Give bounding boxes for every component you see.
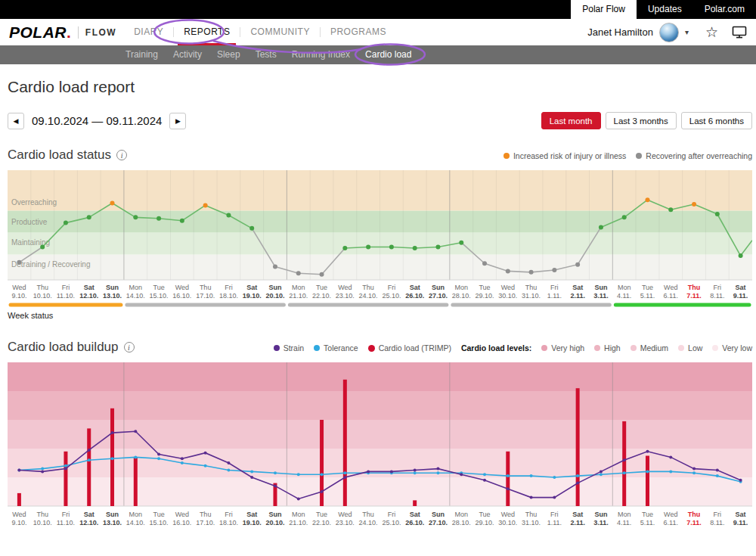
subnav-running-index[interactable]: Running Index <box>284 45 358 64</box>
info-icon[interactable]: i <box>116 150 127 160</box>
svg-text:8.11.: 8.11. <box>710 292 724 300</box>
recovering-legend-dot <box>636 153 642 159</box>
svg-text:12.10.: 12.10. <box>79 292 98 300</box>
header-user-area: Janet Hamilton ▾ ☆ <box>587 23 747 42</box>
nav-programs[interactable]: PROGRAMS <box>321 19 396 45</box>
svg-text:18.10.: 18.10. <box>219 519 238 526</box>
subnav-activity[interactable]: Activity <box>166 45 209 64</box>
svg-text:23.10.: 23.10. <box>336 519 355 526</box>
legend-label: Tolerance <box>324 343 358 353</box>
svg-text:Fri: Fri <box>714 511 722 518</box>
user-name[interactable]: Janet Hamilton <box>587 26 653 38</box>
svg-text:Sun: Sun <box>106 284 119 291</box>
svg-text:1.11.: 1.11. <box>547 519 562 526</box>
nav-reports[interactable]: REPORTS <box>174 19 240 45</box>
nav-community[interactable]: COMMUNITY <box>240 19 320 45</box>
very-low-legend-dot <box>712 345 718 351</box>
svg-text:Productive: Productive <box>11 218 48 226</box>
topbar-tab-polar-com[interactable]: Polar.com <box>693 0 756 19</box>
caret-down-icon[interactable]: ▾ <box>685 28 689 36</box>
svg-text:Wed: Wed <box>501 284 515 291</box>
info-icon[interactable]: i <box>124 342 135 353</box>
svg-text:29.10.: 29.10. <box>476 519 494 526</box>
svg-text:19.10.: 19.10. <box>243 292 262 300</box>
subnav-cardio-load[interactable]: Cardio load <box>358 45 419 64</box>
subnav-training[interactable]: Training <box>118 45 166 64</box>
svg-text:24.10.: 24.10. <box>359 292 378 300</box>
risk-legend-dot <box>503 153 510 159</box>
monitor-icon[interactable] <box>732 26 747 39</box>
logo-brand-text: POLAR <box>9 23 67 42</box>
polar-logo[interactable]: POLAR. FLOW <box>9 23 116 42</box>
svg-text:Thu: Thu <box>525 284 538 291</box>
svg-text:Mon: Mon <box>129 284 143 291</box>
legend-label: Medium <box>640 343 668 353</box>
svg-text:6.11.: 6.11. <box>664 519 678 526</box>
legend-label: Very high <box>551 343 584 353</box>
svg-text:9.11.: 9.11. <box>733 292 748 300</box>
svg-text:Mon: Mon <box>292 511 305 518</box>
svg-text:Wed: Wed <box>338 284 352 291</box>
trimp-legend-dot <box>368 345 375 352</box>
svg-text:Tue: Tue <box>316 511 327 518</box>
svg-text:Sat: Sat <box>84 284 94 291</box>
svg-text:23.10.: 23.10. <box>336 292 355 300</box>
svg-text:Fri: Fri <box>714 284 722 291</box>
buildup-legend: Strain Tolerance Cardio load (TRIMP) Car… <box>274 343 752 355</box>
buildup-section-header: Cardio load buildup i Strain Tolerance C… <box>8 340 752 355</box>
main-nav: DIARY REPORTS COMMUNITY PROGRAMS <box>124 19 396 45</box>
svg-text:2.11.: 2.11. <box>570 519 585 526</box>
svg-text:Wed: Wed <box>664 511 677 518</box>
cardio-load-buildup-chart[interactable]: Wed9.10.Thu10.10.Fri11.10.Sat12.10.Sun13… <box>8 362 752 528</box>
period-last-6-months-button[interactable]: Last 6 months <box>681 112 752 129</box>
buildup-section-title: Cardio load buildup <box>8 340 119 355</box>
svg-text:Mon: Mon <box>454 284 468 291</box>
cardio-load-status-chart[interactable]: OverreachingProductiveMaintainingDetrain… <box>8 170 752 309</box>
svg-text:Mon: Mon <box>618 284 631 291</box>
svg-text:31.10.: 31.10. <box>522 292 541 300</box>
legend-item-low: Low <box>678 343 702 353</box>
svg-text:2.11.: 2.11. <box>570 292 585 300</box>
svg-text:4.11.: 4.11. <box>617 519 631 526</box>
svg-text:Fri: Fri <box>225 284 233 291</box>
legend-item-high: High <box>594 343 621 353</box>
svg-text:Thu: Thu <box>200 511 212 518</box>
medium-legend-dot <box>631 345 637 351</box>
svg-text:Fri: Fri <box>550 284 559 291</box>
report-content: Cardio load report ◀ 09.10.2024 — 09.11.… <box>0 78 756 528</box>
svg-text:9.10.: 9.10. <box>11 292 26 300</box>
period-last-month-button[interactable]: Last month <box>541 112 601 129</box>
svg-text:25.10.: 25.10. <box>382 292 401 300</box>
svg-text:22.10.: 22.10. <box>312 292 331 300</box>
svg-text:29.10.: 29.10. <box>476 292 494 300</box>
avatar[interactable] <box>659 23 679 42</box>
legend-label: Very low <box>722 343 752 353</box>
subnav-sleep[interactable]: Sleep <box>209 45 248 64</box>
topbar-tab-polar-flow[interactable]: Polar Flow <box>571 0 637 19</box>
svg-text:14.10.: 14.10. <box>126 519 145 526</box>
svg-text:13.10.: 13.10. <box>103 519 122 526</box>
svg-text:Sat: Sat <box>736 284 746 291</box>
svg-text:8.11.: 8.11. <box>710 519 724 526</box>
legend-item-medium: Medium <box>631 343 668 353</box>
legend-item-very-low: Very low <box>712 343 752 353</box>
svg-text:28.10.: 28.10. <box>452 519 471 526</box>
star-icon[interactable]: ☆ <box>705 25 718 39</box>
top-black-bar: Polar Flow Updates Polar.com <box>0 0 756 19</box>
svg-text:Wed: Wed <box>12 511 26 518</box>
prev-period-button[interactable]: ◀ <box>8 113 24 129</box>
next-period-button[interactable]: ▶ <box>169 113 186 129</box>
svg-text:Thu: Thu <box>36 511 48 518</box>
date-controls: ◀ 09.10.2024 — 09.11.2024 ▶ Last month L… <box>8 112 752 129</box>
subnav-tests[interactable]: Tests <box>248 45 284 64</box>
topbar-tab-updates[interactable]: Updates <box>637 0 693 19</box>
svg-text:Tue: Tue <box>153 284 164 291</box>
svg-text:Mon: Mon <box>292 284 305 291</box>
period-last-3-months-button[interactable]: Last 3 months <box>606 112 677 129</box>
svg-text:22.10.: 22.10. <box>312 519 331 526</box>
svg-text:7.11.: 7.11. <box>686 292 702 300</box>
svg-text:Sun: Sun <box>106 511 119 518</box>
nav-diary[interactable]: DIARY <box>124 19 173 45</box>
svg-text:Wed: Wed <box>175 284 189 291</box>
svg-text:Sat: Sat <box>572 284 583 291</box>
